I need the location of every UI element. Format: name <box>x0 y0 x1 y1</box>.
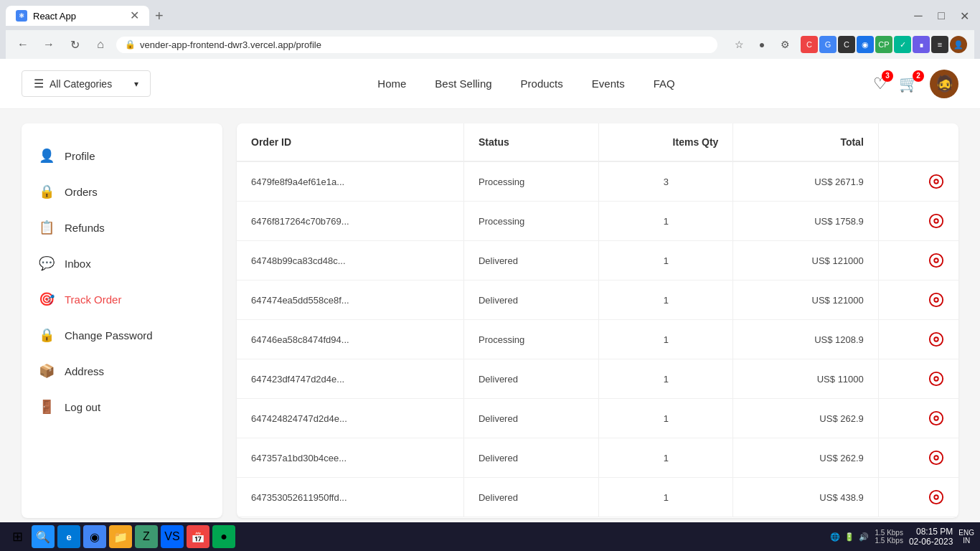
forward-button[interactable]: → <box>39 34 59 55</box>
taskbar-folder[interactable]: 📁 <box>109 525 132 532</box>
table-row: 6476f817264c70b769... Processing 1 US$ 1… <box>237 202 958 241</box>
ext-icon-5[interactable]: ✓ <box>894 36 911 53</box>
orders-icon: 🔒 <box>39 184 55 199</box>
taskbar-app1[interactable]: Z <box>135 525 158 532</box>
refresh-button[interactable]: ↻ <box>65 34 85 55</box>
cell-view-action[interactable] <box>878 241 958 281</box>
cell-view-action[interactable] <box>878 359 958 399</box>
search-taskbar[interactable]: 🔍 <box>32 525 55 532</box>
cell-total: US$ 262.9 <box>733 399 878 438</box>
orders-section: Order ID Status Items Qty Total 6479fe8f… <box>237 123 958 518</box>
ext-icon-2[interactable]: G <box>819 36 837 53</box>
taskbar-chrome[interactable]: ◉ <box>83 525 106 532</box>
sidebar-item-refunds[interactable]: 📋 Refunds <box>22 209 222 245</box>
url-text: vender-app-frontend-dwr3.vercel.app/prof… <box>140 39 321 50</box>
sidebar-item-orders[interactable]: 🔒 Orders <box>22 174 222 209</box>
cell-view-action[interactable] <box>878 161 958 202</box>
cell-total: US$ 438.9 <box>733 478 878 517</box>
cell-order-id: 64748b99ca83cd48c... <box>237 241 463 281</box>
cell-status: Processing <box>463 161 598 202</box>
maximize-button[interactable]: □ <box>931 6 951 26</box>
cell-view-action[interactable] <box>878 281 958 320</box>
view-order-icon[interactable] <box>893 331 944 347</box>
start-button[interactable]: ⊞ <box>6 525 29 532</box>
taskbar-sys-icons: 🌐 🔋 🔊 <box>830 532 869 533</box>
cell-status: Delivered <box>463 438 598 478</box>
minimize-button[interactable]: ─ <box>908 6 928 26</box>
wishlist-button[interactable]: ♡ 3 <box>873 75 887 93</box>
new-tab-button[interactable]: + <box>149 8 169 24</box>
profile-icon[interactable]: ● <box>752 34 772 55</box>
view-order-icon[interactable] <box>893 253 944 268</box>
locale-display: ENG IN <box>958 529 974 532</box>
taskbar-edge[interactable]: e <box>57 525 80 532</box>
cell-view-action[interactable] <box>878 478 958 517</box>
view-order-icon[interactable] <box>893 174 944 189</box>
cell-view-action[interactable] <box>878 202 958 241</box>
sidebar-item-change-password[interactable]: 🔒 Change Password <box>22 317 222 353</box>
cell-status: Delivered <box>463 359 598 399</box>
view-order-icon[interactable] <box>893 292 944 308</box>
profile-icon: 👤 <box>39 148 55 164</box>
sidebar-item-address[interactable]: 📦 Address <box>22 353 222 389</box>
nav-products[interactable]: Products <box>521 77 563 90</box>
browser-titlebar: ⚛ React App ✕ + ─ □ ✕ <box>6 6 974 26</box>
table-row: 647353052611950ffd... Delivered 1 US$ 43… <box>237 478 958 517</box>
view-order-icon[interactable] <box>893 371 944 387</box>
table-row: 64746ea58c8474fd94... Processing 1 US$ 1… <box>237 320 958 359</box>
taskbar-app2[interactable]: VS <box>161 525 184 532</box>
table-row: 64748b99ca83cd48c... Delivered 1 US$ 121… <box>237 241 958 281</box>
svg-point-6 <box>930 293 943 306</box>
svg-point-13 <box>934 416 938 420</box>
table-row: 647423df4747d2d4e... Delivered 1 US$ 110… <box>237 359 958 399</box>
sidebar-item-inbox[interactable]: 💬 Inbox <box>22 245 222 281</box>
svg-point-0 <box>930 175 943 188</box>
browser-actions: ☆ ● ⚙ <box>729 34 795 55</box>
cell-order-id: 647357a1bd30b4cee... <box>237 438 463 478</box>
taskbar-app4[interactable]: ● <box>212 525 235 532</box>
view-order-icon[interactable] <box>893 410 944 426</box>
cell-view-action[interactable] <box>878 399 958 438</box>
ext-icon-6[interactable]: ∎ <box>913 36 930 53</box>
tab-close-button[interactable]: ✕ <box>130 10 139 22</box>
browser-tab[interactable]: ⚛ React App ✕ <box>6 6 149 26</box>
view-order-icon[interactable] <box>893 213 944 229</box>
clock-time: 08:15 PM <box>909 527 953 532</box>
user-avatar[interactable]: 🧔 <box>930 70 958 98</box>
view-order-icon[interactable] <box>893 450 944 466</box>
view-order-icon[interactable] <box>893 489 944 505</box>
orders-table: Order ID Status Items Qty Total 6479fe8f… <box>237 123 958 517</box>
close-button[interactable]: ✕ <box>954 6 974 26</box>
svg-point-12 <box>930 412 943 425</box>
nav-best-selling[interactable]: Best Selling <box>435 77 491 90</box>
ext-icon-1[interactable]: C <box>801 36 818 53</box>
cell-status: Delivered <box>463 241 598 281</box>
sidebar-item-profile[interactable]: 👤 Profile <box>22 138 222 174</box>
categories-button[interactable]: ☰ All Categories ▾ <box>22 70 151 97</box>
wishlist-badge: 3 <box>882 70 893 82</box>
bookmark-icon[interactable]: ☆ <box>729 34 749 55</box>
cart-button[interactable]: 🛒 2 <box>899 75 918 93</box>
nav-events[interactable]: Events <box>592 77 625 90</box>
ext-icon-copy[interactable]: CP <box>875 36 892 53</box>
back-button[interactable]: ← <box>13 34 33 55</box>
svg-point-14 <box>930 451 943 464</box>
extensions-icon[interactable]: ⚙ <box>775 34 795 55</box>
cell-view-action[interactable] <box>878 320 958 359</box>
ext-icon-7[interactable]: ≡ <box>931 36 948 53</box>
ext-icon-4[interactable]: ◉ <box>857 36 874 53</box>
sidebar-label-logout: Log out <box>65 401 100 413</box>
sidebar-item-logout[interactable]: 🚪 Log out <box>22 389 222 425</box>
ext-icon-3[interactable]: C <box>838 36 855 53</box>
nav-home[interactable]: Home <box>377 77 406 90</box>
sidebar-item-track-order[interactable]: 🎯 Track Order <box>22 281 222 317</box>
address-bar[interactable]: 🔒 vender-app-frontend-dwr3.vercel.app/pr… <box>116 37 717 53</box>
user-profile-icon[interactable]: 👤 <box>950 36 967 53</box>
home-button[interactable]: ⌂ <box>90 34 110 55</box>
sidebar-label-track-order: Track Order <box>65 293 121 306</box>
inbox-icon: 💬 <box>39 255 55 271</box>
cell-view-action[interactable] <box>878 438 958 478</box>
taskbar-app3[interactable]: 📅 <box>187 525 209 532</box>
network-icon: 🌐 <box>830 532 840 533</box>
nav-faq[interactable]: FAQ <box>654 77 675 90</box>
